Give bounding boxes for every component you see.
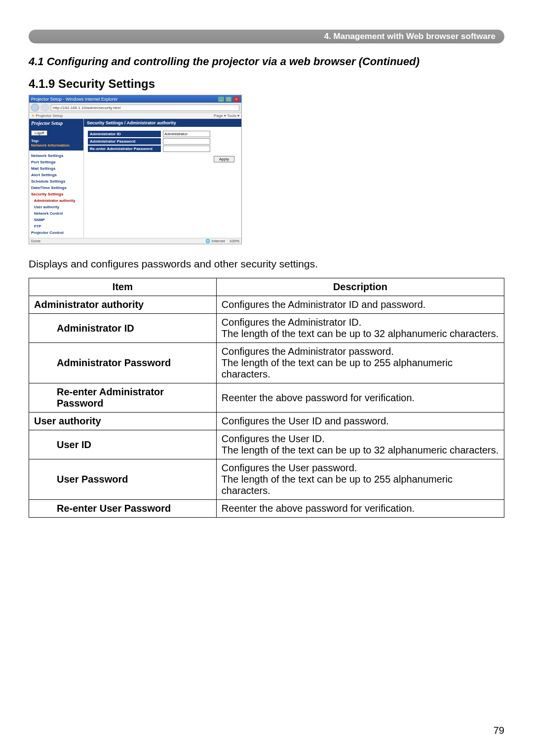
- sidebar-item-security-settings[interactable]: Security Settings: [30, 191, 82, 197]
- form-row-admin-password: Administrator Password: [88, 138, 237, 145]
- fav-tab-label[interactable]: Projector Setup: [36, 113, 63, 118]
- sidebar-item-projector-control[interactable]: Projector Control: [30, 229, 82, 236]
- sidebar: Projector Setup Logoff Top: Network Info…: [29, 119, 84, 238]
- input-admin-password-re[interactable]: [163, 146, 210, 152]
- window-title: Projector Setup - Windows Internet Explo…: [31, 97, 118, 102]
- logoff-button[interactable]: Logoff: [31, 130, 47, 136]
- table-description: Configures the User ID and password.: [216, 413, 504, 430]
- address-bar[interactable]: http://192.168.1.10/admin/security.html: [51, 105, 239, 111]
- table-item-sub: User Password: [52, 459, 216, 500]
- table-item-main: User authority: [29, 413, 217, 430]
- browser-screenshot: Projector Setup - Windows Internet Explo…: [29, 95, 242, 244]
- sidebar-sub-ftp[interactable]: FTP: [30, 223, 82, 229]
- table-row: Administrator PasswordConfigures the Adm…: [29, 343, 504, 383]
- table-item-sub: User ID: [52, 430, 216, 459]
- toolbar-right[interactable]: Page ▾ Tools ▾: [214, 113, 239, 118]
- sub-section-title: 4.1.9 Security Settings: [29, 77, 504, 91]
- sidebar-sub-user-authority[interactable]: User authority: [30, 204, 82, 210]
- sidebar-item-date-time-settings[interactable]: Date/Time Settings: [30, 185, 82, 191]
- sidebar-item-schedule-settings[interactable]: Schedule Settings: [30, 178, 82, 185]
- intro-text: Displays and configures passwords and ot…: [29, 258, 504, 270]
- close-icon[interactable]: ×: [233, 97, 239, 102]
- sidebar-sub-snmp[interactable]: SNMP: [30, 217, 82, 223]
- sidebar-sub-admin-authority[interactable]: Administrator authority: [30, 197, 82, 204]
- table-header-item: Item: [29, 278, 217, 296]
- label-admin-password: Administrator Password: [88, 138, 161, 145]
- status-left: Done: [31, 239, 40, 243]
- table-description: Configures the Administrator password.Th…: [216, 343, 504, 383]
- internet-icon: 🌐: [205, 239, 210, 243]
- back-icon[interactable]: [31, 104, 39, 112]
- table-description: Reenter the above password for verificat…: [216, 500, 504, 518]
- sidebar-item-mail-settings[interactable]: Mail Settings: [30, 165, 82, 172]
- sidebar-top-link[interactable]: Top:: [31, 139, 39, 143]
- label-admin-id: Administrator ID: [88, 131, 161, 137]
- table-item-main: Administrator authority: [29, 296, 217, 314]
- forward-icon[interactable]: [41, 104, 49, 112]
- status-bar: Done 🌐 Internet 100%: [29, 238, 241, 244]
- status-zoom: 100%: [229, 239, 239, 243]
- table-description: Reenter the above password for verificat…: [216, 383, 504, 413]
- favorites-icon[interactable]: ★: [31, 113, 35, 118]
- table-row: User authorityConfigures the User ID and…: [29, 413, 504, 430]
- sidebar-item-port-settings[interactable]: Port Settings: [30, 159, 82, 165]
- section-title: 4.1 Configuring and controlling the proj…: [29, 55, 504, 68]
- maximize-icon[interactable]: ▢: [226, 97, 231, 102]
- sidebar-network-information[interactable]: Network Information: [31, 143, 70, 148]
- label-admin-password-re: Re-enter Administrator Password: [88, 146, 161, 152]
- browser-nav-toolbar: http://192.168.1.10/admin/security.html: [29, 103, 241, 113]
- sidebar-sub-network-control[interactable]: Network Control: [30, 210, 82, 217]
- table-item-sub: Re-enter User Password: [52, 500, 216, 518]
- table-item-sub: Administrator Password: [52, 343, 216, 383]
- table-indent: [29, 314, 52, 343]
- table-description: Configures the Administrator ID.The leng…: [216, 314, 504, 343]
- panel-title: Security Settings / Administrator author…: [84, 119, 241, 127]
- table-item-sub: Administrator ID: [52, 314, 216, 343]
- sidebar-item-network-settings[interactable]: Network Settings: [30, 152, 82, 159]
- table-indent: [29, 430, 52, 459]
- table-indent: [29, 459, 52, 500]
- input-admin-password[interactable]: [163, 138, 210, 145]
- form-row-admin-password-re: Re-enter Administrator Password: [88, 146, 237, 152]
- status-internet: Internet: [212, 239, 225, 243]
- table-indent: [29, 383, 52, 413]
- window-buttons: _ ▢ ×: [218, 96, 239, 102]
- main-panel: Security Settings / Administrator author…: [84, 119, 241, 238]
- minimize-icon[interactable]: _: [218, 97, 224, 102]
- settings-table: Item Description Administrator authority…: [29, 278, 504, 518]
- sidebar-item-alert-settings[interactable]: Alert Settings: [30, 172, 82, 178]
- table-row: User IDConfigures the User ID.The length…: [29, 430, 504, 459]
- table-description: Configures the User password.The length …: [216, 459, 504, 500]
- input-admin-id[interactable]: [163, 131, 210, 137]
- table-description: Configures the Administrator ID and pass…: [216, 296, 504, 314]
- browser-fav-toolbar: ★ Projector Setup Page ▾ Tools ▾: [29, 113, 241, 119]
- form-row-admin-id: Administrator ID: [88, 131, 237, 137]
- chapter-bar: 4. Management with Web browser software: [29, 30, 504, 43]
- table-row: User PasswordConfigures the User passwor…: [29, 459, 504, 500]
- table-row: Re-enter User PasswordReenter the above …: [29, 500, 504, 518]
- table-indent: [29, 500, 52, 518]
- table-item-sub: Re-enter Administrator Password: [52, 383, 216, 413]
- page-number: 79: [494, 725, 504, 736]
- table-row: Administrator authorityConfigures the Ad…: [29, 296, 504, 314]
- apply-button[interactable]: Apply: [214, 156, 234, 162]
- table-row: Re-enter Administrator PasswordReenter t…: [29, 383, 504, 413]
- window-titlebar: Projector Setup - Windows Internet Explo…: [29, 95, 241, 103]
- table-description: Configures the User ID.The length of the…: [216, 430, 504, 459]
- sidebar-logo: Projector Setup: [29, 119, 83, 127]
- table-header-description: Description: [216, 278, 504, 296]
- table-indent: [29, 343, 52, 383]
- table-row: Administrator IDConfigures the Administr…: [29, 314, 504, 343]
